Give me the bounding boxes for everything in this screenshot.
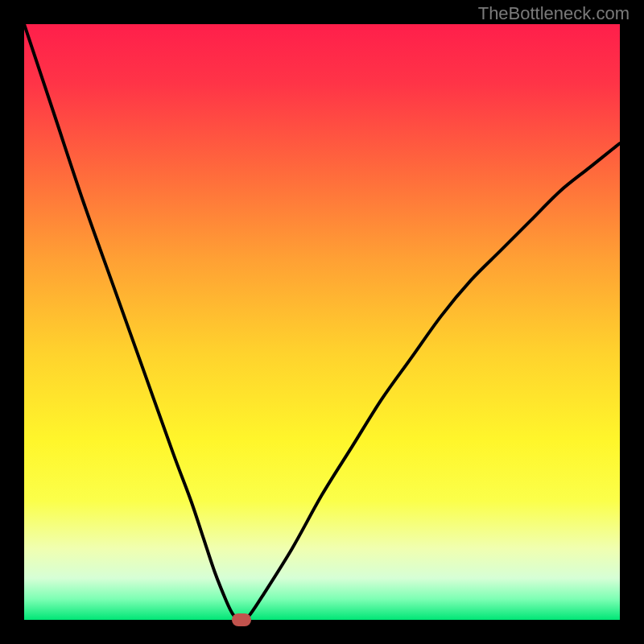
optimal-marker bbox=[232, 613, 251, 626]
plot-area bbox=[24, 24, 620, 620]
gradient-background bbox=[24, 24, 620, 620]
chart-svg bbox=[24, 24, 620, 620]
watermark-text: TheBottleneck.com bbox=[478, 3, 630, 24]
chart-container: TheBottleneck.com bbox=[0, 0, 644, 644]
